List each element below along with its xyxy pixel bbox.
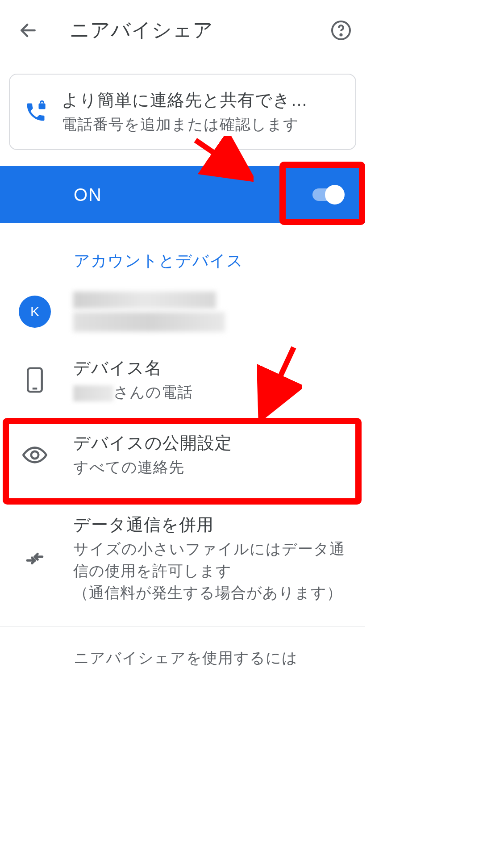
bottom-hint-text: ニアバイシェアを使用するには <box>0 626 365 668</box>
svg-point-2 <box>340 34 341 35</box>
svg-line-7 <box>265 347 294 409</box>
data-transfer-icon <box>24 547 46 570</box>
info-card-title: より簡単に連絡先と共有でき… <box>62 89 345 112</box>
account-item[interactable]: K <box>0 284 365 345</box>
avatar-letter: K <box>30 304 39 319</box>
svg-line-5 <box>196 140 244 173</box>
help-icon[interactable] <box>330 20 352 41</box>
phone-lock-icon <box>24 100 47 124</box>
annotation-highlight-box <box>3 418 362 505</box>
device-name-value: さんの電話 <box>73 381 353 403</box>
phone-verification-card[interactable]: より簡単に連絡先と共有でき… 電話番号を追加または確認します <box>9 74 356 150</box>
master-toggle-bar[interactable]: ON <box>0 166 365 223</box>
data-usage-title: データ通信を併用 <box>73 513 353 536</box>
info-card-text: より簡単に連絡先と共有でき… 電話番号を追加または確認します <box>62 89 345 135</box>
data-usage-subtitle: サイズの小さいファイルにはデータ通信の使用を許可します （通信料が発生する場合が… <box>73 538 353 604</box>
phone-device-icon <box>25 367 44 393</box>
avatar: K <box>19 296 51 328</box>
annotation-arrow <box>257 343 302 419</box>
svg-rect-3 <box>39 103 46 109</box>
back-icon[interactable] <box>17 19 39 42</box>
header: ニアバイシェア <box>0 0 365 60</box>
device-name-item[interactable]: デバイス名 さんの電話 <box>0 345 365 415</box>
account-name-redacted <box>73 292 216 309</box>
info-card-subtitle: 電話番号を追加または確認します <box>62 114 345 135</box>
annotation-highlight-box <box>279 162 365 225</box>
device-name-title: デバイス名 <box>73 357 353 380</box>
annotation-arrow <box>191 136 254 183</box>
section-header-account-device: アカウントとデバイス <box>0 223 365 284</box>
page-title: ニアバイシェア <box>70 17 330 43</box>
data-usage-item[interactable]: データ通信を併用 サイズの小さいファイルにはデータ通信の使用を許可します （通信… <box>0 496 365 618</box>
account-email-redacted <box>73 312 225 332</box>
